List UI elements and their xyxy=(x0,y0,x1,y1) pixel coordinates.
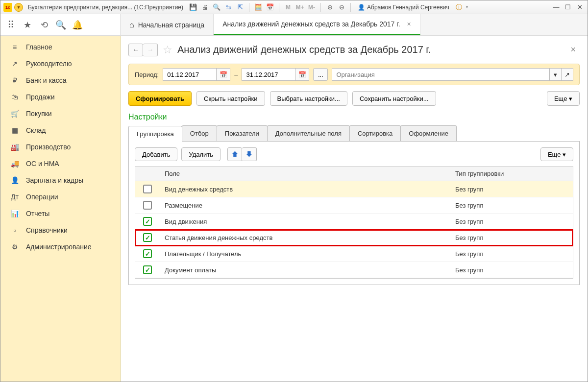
generate-button[interactable]: Сформировать xyxy=(128,91,192,106)
memory-m-icon[interactable]: M xyxy=(283,2,293,12)
sidebar-item-icon: 🚚 xyxy=(10,160,19,167)
calculator-icon[interactable]: 🧮 xyxy=(253,2,263,12)
sidebar-item[interactable]: 👤Зарплата и кадры xyxy=(0,172,120,189)
row-checkbox[interactable] xyxy=(143,185,152,193)
sidebar-item[interactable]: ₽Банк и касса xyxy=(0,72,120,89)
calendar-to-button[interactable]: 📅 xyxy=(295,68,309,81)
memory-mminus-icon[interactable]: M- xyxy=(307,2,317,12)
top-navigation: ⠿ ★ ⟲ 🔍 🔔 ⌂ Начальная страница Анализ дв… xyxy=(0,14,588,36)
notifications-bell-icon[interactable]: 🔔 xyxy=(72,20,83,30)
sidebar-item[interactable]: ▫Справочники xyxy=(0,222,120,239)
window-title: Бухгалтерия предприятия, редакция... (1С… xyxy=(28,4,183,11)
more-button[interactable]: Еще ▾ xyxy=(547,91,580,106)
sidebar-item-label: ОС и НМА xyxy=(26,160,59,167)
period-from-input[interactable] xyxy=(163,68,217,81)
hide-settings-button[interactable]: Скрыть настройки xyxy=(196,91,265,106)
history-icon[interactable]: ⟲ xyxy=(39,20,49,30)
organization-input[interactable] xyxy=(332,68,550,81)
sidebar-item[interactable]: ▦Склад xyxy=(0,122,120,139)
row-field: Статья движения денежных средств xyxy=(160,231,450,245)
zoom-in-icon[interactable]: ⊕ xyxy=(325,2,335,12)
apps-grid-icon[interactable]: ⠿ xyxy=(5,20,16,30)
row-type: Без групп xyxy=(450,231,573,245)
sidebar-item-label: Банк и касса xyxy=(26,76,66,84)
sidebar-item-icon: 👤 xyxy=(10,176,19,184)
zoom-out-icon[interactable]: ⊖ xyxy=(337,2,346,12)
sidebar-item[interactable]: ⚙Администрирование xyxy=(0,239,120,255)
search-icon[interactable]: 🔍 xyxy=(55,20,66,30)
row-checkbox[interactable] xyxy=(143,201,152,210)
nav-forward-button[interactable]: → xyxy=(143,44,158,56)
user-icon: 👤 xyxy=(358,4,365,11)
settings-tab[interactable]: Показатели xyxy=(217,125,268,141)
titlebar: 1c ▼ Бухгалтерия предприятия, редакция..… xyxy=(0,0,588,14)
grouping-table: Поле Тип группировки Вид денежных средст… xyxy=(135,166,573,279)
calendar-from-button[interactable]: 📅 xyxy=(217,68,230,81)
sidebar-item[interactable]: 🛍Продажи xyxy=(0,89,120,105)
choose-settings-button[interactable]: Выбрать настройки... xyxy=(270,91,347,106)
export-icon[interactable]: ⇱ xyxy=(235,2,245,12)
save-settings-button[interactable]: Сохранить настройки... xyxy=(352,91,436,106)
tab-home[interactable]: ⌂ Начальная страница xyxy=(121,14,214,35)
sidebar-item-icon: 🏭 xyxy=(10,143,19,151)
tab-close-icon[interactable]: × xyxy=(407,20,411,28)
sidebar-item[interactable]: ДтОперации xyxy=(0,189,120,205)
table-row[interactable]: Плательщик / Получатель Без групп xyxy=(135,246,573,262)
table-row[interactable]: Вид движения Без групп xyxy=(135,214,573,230)
period-to-input[interactable] xyxy=(242,68,295,81)
table-row[interactable]: Документ оплаты Без групп xyxy=(135,262,573,278)
nav-back-button[interactable]: ← xyxy=(128,44,143,56)
compare-icon[interactable]: ⇆ xyxy=(223,2,233,12)
move-down-button[interactable]: 🡇 xyxy=(242,147,257,161)
sidebar-item[interactable]: ↗Руководителю xyxy=(0,55,120,72)
close-window-icon[interactable]: ✕ xyxy=(575,2,585,12)
calendar-icon[interactable]: 📅 xyxy=(265,2,275,12)
row-checkbox[interactable] xyxy=(143,217,152,226)
more-grouping-button[interactable]: Еще ▾ xyxy=(540,147,573,161)
settings-tab[interactable]: Отбор xyxy=(182,125,217,141)
save-icon[interactable]: 💾 xyxy=(188,2,198,12)
sidebar-item[interactable]: 📊Отчеты xyxy=(0,205,120,222)
row-checkbox[interactable] xyxy=(143,233,152,242)
row-checkbox[interactable] xyxy=(143,265,152,274)
period-filter-bar: Период: 📅 – 📅 ... ▾ ↗ xyxy=(128,64,580,85)
period-select-button[interactable]: ... xyxy=(313,68,328,81)
tab-content-grouping: Добавить Удалить 🡅 🡇 Еще ▾ Поле Тип груп… xyxy=(128,142,580,285)
page-close-icon[interactable]: × xyxy=(566,43,580,57)
table-row[interactable]: Статья движения денежных средств Без гру… xyxy=(135,230,573,246)
sidebar-item-icon: ▫ xyxy=(10,226,19,234)
settings-tab[interactable]: Дополнительные поля xyxy=(267,125,350,141)
tab-report[interactable]: Анализ движений денежных средств за Дека… xyxy=(214,14,420,35)
maximize-icon[interactable]: ☐ xyxy=(563,2,573,12)
delete-button[interactable]: Удалить xyxy=(181,147,220,161)
separator xyxy=(279,3,279,12)
info-icon[interactable]: ⓘ xyxy=(454,2,464,12)
app-menu-dropdown[interactable]: ▼ xyxy=(14,3,23,12)
table-row[interactable]: Размещение Без групп xyxy=(135,197,573,214)
add-button[interactable]: Добавить xyxy=(135,147,177,161)
sidebar-item-icon: ≡ xyxy=(10,43,19,51)
favorites-star-icon[interactable]: ★ xyxy=(22,20,33,30)
table-row[interactable]: Вид денежных средств Без групп xyxy=(135,181,573,197)
sidebar-item[interactable]: 🏭Производство xyxy=(0,139,120,155)
sidebar-item[interactable]: ≡Главное xyxy=(0,39,120,55)
sidebar-item-label: Администрирование xyxy=(26,243,92,251)
current-user[interactable]: 👤 Абрамов Геннадий Сергеевич xyxy=(358,4,449,11)
settings-tabs: ГруппировкаОтборПоказателиДополнительные… xyxy=(128,125,580,142)
col-field-header[interactable]: Поле xyxy=(160,167,450,181)
sidebar-item[interactable]: 🛒Покупки xyxy=(0,105,120,122)
minimize-icon[interactable]: — xyxy=(551,2,561,12)
settings-tab[interactable]: Оформление xyxy=(400,125,457,141)
print-icon[interactable]: 🖨 xyxy=(200,2,210,12)
org-dropdown-button[interactable]: ▾ xyxy=(550,68,562,81)
settings-tab[interactable]: Сортировка xyxy=(349,125,401,141)
move-up-button[interactable]: 🡅 xyxy=(227,147,242,161)
org-open-button[interactable]: ↗ xyxy=(562,68,573,81)
sidebar-item[interactable]: 🚚ОС и НМА xyxy=(0,155,120,172)
preview-icon[interactable]: 🔍 xyxy=(212,2,221,12)
memory-mplus-icon[interactable]: M+ xyxy=(295,2,305,12)
favorite-star-icon[interactable]: ☆ xyxy=(163,44,172,56)
col-type-header[interactable]: Тип группировки xyxy=(450,167,573,181)
row-checkbox[interactable] xyxy=(143,249,152,258)
settings-tab[interactable]: Группировка xyxy=(128,126,182,142)
